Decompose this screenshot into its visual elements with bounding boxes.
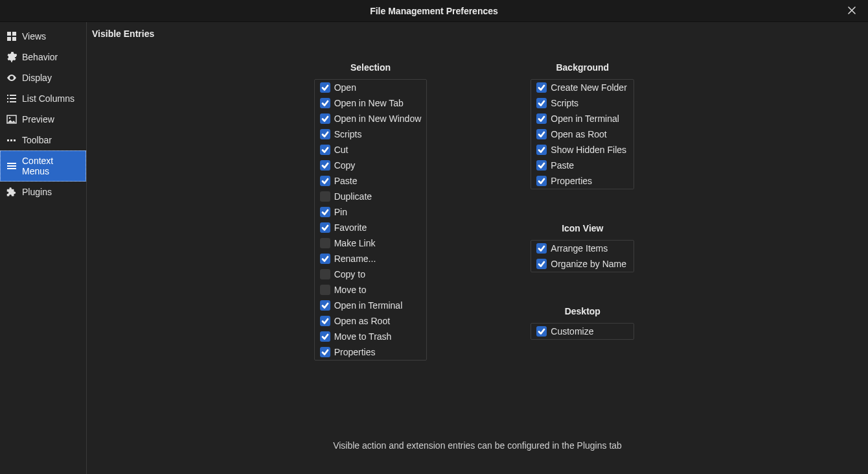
- checkbox-label: Show Hidden Files: [551, 145, 626, 155]
- checkbox-row[interactable]: Open in Terminal: [315, 298, 427, 313]
- checkbox[interactable]: [320, 331, 330, 342]
- svg-rect-12: [7, 139, 9, 141]
- checkbox-row[interactable]: Properties: [531, 173, 634, 189]
- checkbox[interactable]: [536, 145, 547, 155]
- checkbox-row[interactable]: Paste: [315, 173, 427, 189]
- sidebar: ViewsBehaviorDisplayList ColumnsPreviewT…: [0, 22, 87, 474]
- checkbox[interactable]: [536, 176, 547, 186]
- checkbox[interactable]: [536, 326, 547, 337]
- checkbox-row[interactable]: Scripts: [315, 126, 427, 142]
- sidebar-item-context-menus[interactable]: Context Menus: [0, 150, 86, 182]
- checkbox[interactable]: [320, 347, 330, 357]
- sidebar-item-behavior[interactable]: Behavior: [0, 47, 86, 67]
- checkbox-row[interactable]: Show Hidden Files: [531, 142, 634, 158]
- sidebar-item-list-columns[interactable]: List Columns: [0, 88, 86, 109]
- checkbox[interactable]: [320, 113, 330, 124]
- close-icon: [848, 6, 856, 16]
- checkbox[interactable]: [320, 238, 330, 248]
- checkbox-row[interactable]: Arrange Items: [531, 241, 634, 256]
- checkbox[interactable]: [536, 82, 547, 93]
- checkbox-row[interactable]: Customize: [531, 324, 634, 339]
- checkbox-row[interactable]: Duplicate: [315, 189, 427, 204]
- checkbox[interactable]: [536, 98, 547, 108]
- sidebar-item-plugins[interactable]: Plugins: [0, 182, 86, 202]
- checkbox-label: Open as Root: [551, 129, 606, 139]
- checkbox-label: Scripts: [551, 98, 578, 108]
- checkbox-label: Cut: [334, 145, 348, 155]
- checkbox[interactable]: [320, 176, 330, 186]
- checkbox-row[interactable]: Properties: [315, 344, 427, 360]
- checkbox[interactable]: [320, 269, 330, 279]
- checkbox[interactable]: [320, 129, 330, 139]
- checkbox[interactable]: [536, 160, 547, 171]
- group-selection: OpenOpen in New TabOpen in New WindowScr…: [314, 79, 428, 361]
- checkbox[interactable]: [320, 254, 330, 264]
- checkbox[interactable]: [320, 207, 330, 217]
- checkbox-label: Pin: [334, 207, 347, 217]
- sidebar-item-views[interactable]: Views: [0, 26, 86, 47]
- checkbox-row[interactable]: Copy to: [315, 267, 427, 282]
- sidebar-item-label: Display: [22, 73, 52, 83]
- checkbox[interactable]: [536, 113, 547, 124]
- svg-rect-14: [14, 139, 16, 141]
- checkbox-row[interactable]: Make Link: [315, 235, 427, 251]
- checkbox[interactable]: [536, 259, 547, 269]
- group-desktop: Customize: [531, 323, 634, 340]
- titlebar: File Management Preferences: [0, 0, 868, 22]
- checkbox-label: Move to Trash: [334, 331, 392, 342]
- sidebar-item-label: Plugins: [22, 187, 52, 197]
- checkbox-row[interactable]: Open as Root: [531, 126, 634, 142]
- sidebar-item-label: Context Menus: [22, 156, 80, 176]
- checkbox-label: Rename...: [334, 254, 376, 264]
- checkbox-row[interactable]: Cut: [315, 142, 427, 158]
- checkbox-row[interactable]: Paste: [531, 158, 634, 173]
- checkbox-row[interactable]: Copy: [315, 158, 427, 173]
- checkbox-row[interactable]: Organize by Name: [531, 256, 634, 272]
- svg-rect-9: [10, 101, 16, 102]
- checkbox-row[interactable]: Move to Trash: [315, 329, 427, 344]
- checkbox-label: Open in Terminal: [551, 113, 619, 124]
- checkbox-label: Scripts: [334, 129, 362, 139]
- column-right: Background Create New FolderScriptsOpen …: [531, 62, 634, 361]
- checkbox-row[interactable]: Open as Root: [315, 313, 427, 329]
- checkbox-row[interactable]: Pin: [315, 204, 427, 220]
- checkbox-row[interactable]: Favorite: [315, 220, 427, 235]
- checkbox[interactable]: [320, 222, 330, 233]
- svg-rect-4: [7, 95, 8, 96]
- checkbox[interactable]: [320, 160, 330, 171]
- sidebar-item-label: Behavior: [22, 52, 58, 62]
- svg-rect-13: [10, 139, 12, 141]
- sidebar-item-label: List Columns: [22, 93, 74, 104]
- checkbox-row[interactable]: Scripts: [531, 95, 634, 111]
- svg-rect-8: [7, 101, 8, 102]
- checkbox-row[interactable]: Create New Folder: [531, 80, 634, 95]
- checkbox-row[interactable]: Open in New Window: [315, 111, 427, 126]
- checkbox[interactable]: [320, 82, 330, 93]
- gear-icon: [6, 52, 17, 62]
- checkbox-row[interactable]: Open: [315, 80, 427, 95]
- checkbox[interactable]: [320, 191, 330, 202]
- group-title-icon-view: Icon View: [562, 223, 603, 233]
- checkbox[interactable]: [320, 145, 330, 155]
- sidebar-item-preview[interactable]: Preview: [0, 109, 86, 130]
- checkbox-label: Copy to: [334, 269, 365, 279]
- sidebar-item-toolbar[interactable]: Toolbar: [0, 130, 86, 150]
- checkbox[interactable]: [320, 98, 330, 108]
- checkbox[interactable]: [320, 300, 330, 311]
- checkbox-row[interactable]: Move to: [315, 282, 427, 298]
- checkbox[interactable]: [320, 285, 330, 295]
- checkbox-label: Properties: [334, 347, 376, 357]
- checkbox[interactable]: [320, 316, 330, 326]
- svg-rect-16: [7, 165, 16, 167]
- eye-icon: [6, 73, 17, 83]
- content-pane: Visible Entries Selection OpenOpen in Ne…: [87, 22, 868, 474]
- checkbox[interactable]: [536, 243, 547, 254]
- checkbox-row[interactable]: Open in New Tab: [315, 95, 427, 111]
- sidebar-item-display[interactable]: Display: [0, 67, 86, 88]
- checkbox-label: Properties: [551, 176, 592, 186]
- checkbox-row[interactable]: Open in Terminal: [531, 111, 634, 126]
- checkbox-row[interactable]: Rename...: [315, 251, 427, 267]
- svg-rect-2: [7, 37, 11, 41]
- checkbox[interactable]: [536, 129, 547, 139]
- close-button[interactable]: [841, 0, 863, 22]
